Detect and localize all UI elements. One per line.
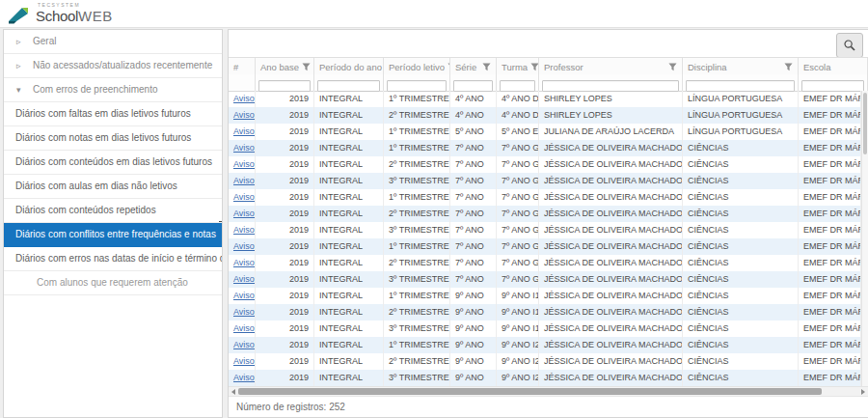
table-row[interactable]: Avisos2019INTEGRAL2º TRIMESTRE7º ANO7º A…	[229, 255, 861, 271]
table-row[interactable]: Avisos2019INTEGRAL2º TRIMESTRE9º ANO9º A…	[229, 353, 861, 370]
column-header-periodo_do_ano[interactable]: Período do ano	[314, 58, 384, 75]
avisos-link[interactable]: Avisos	[233, 356, 256, 366]
sidebar-item[interactable]: Diários com conflitos entre frequências …	[4, 223, 222, 247]
sidebar-item-label: Diários com faltas em dias letivos futur…	[15, 108, 191, 119]
avisos-link[interactable]: Avisos	[233, 340, 256, 349]
avisos-link[interactable]: Avisos	[233, 291, 256, 300]
column-header-escola[interactable]: Escola	[799, 58, 868, 75]
filter-icon[interactable]	[668, 63, 677, 71]
cell-disciplina: LÍNGUA PORTUGUESA	[683, 124, 799, 140]
table-row[interactable]: Avisos2019INTEGRAL1º TRIMESTRE5º ANO5º A…	[229, 124, 861, 140]
cell-periodo_letivo: 3º TRIMESTRE	[384, 173, 450, 189]
table-row[interactable]: Avisos2019INTEGRAL1º TRIMESTRE7º ANO7º A…	[229, 189, 861, 206]
table-row[interactable]: Avisos2019INTEGRAL3º TRIMESTRE9º ANO9º A…	[229, 320, 861, 337]
filter-icon[interactable]	[482, 63, 491, 71]
sidebar-item[interactable]: Diários com conteúdos repetidos	[4, 199, 222, 223]
search-button[interactable]	[836, 33, 863, 58]
scroll-left-arrow-icon[interactable]	[231, 389, 235, 395]
avisos-link[interactable]: Avisos	[233, 94, 256, 103]
table-row[interactable]: Avisos2019INTEGRAL2º TRIMESTRE7º ANO7º A…	[229, 156, 861, 173]
avisos-link[interactable]: Avisos	[233, 307, 256, 317]
cell-escola: EMEF DR MÁRIO VE	[799, 156, 861, 173]
table-row[interactable]: Avisos2019INTEGRAL3º TRIMESTRE7º ANO7º A…	[229, 271, 861, 288]
avisos-link[interactable]: Avisos	[233, 209, 256, 218]
filter-icon[interactable]	[530, 63, 539, 71]
avisos-link[interactable]: Avisos	[233, 176, 256, 185]
vertical-scrollbar[interactable]	[861, 91, 868, 386]
cell-rownum: Avisos	[229, 271, 256, 288]
cell-escola: EMEF DR MÁRIO VE	[799, 91, 861, 107]
column-header-turma[interactable]: Turma	[497, 58, 539, 75]
cell-turma: 7º ANO G2	[497, 222, 539, 238]
filter-icon[interactable]	[784, 63, 793, 71]
cell-disciplina: CIÊNCIAS	[683, 156, 799, 173]
column-header-professor[interactable]: Professor	[539, 58, 683, 75]
table-row[interactable]: Avisos2019INTEGRAL3º TRIMESTRE7º ANO7º A…	[229, 222, 861, 238]
table-row[interactable]: Avisos2019INTEGRAL1º TRIMESTRE9º ANO9º A…	[229, 337, 861, 353]
column-header-periodo_letivo[interactable]: Período letivo	[384, 58, 450, 75]
table-row[interactable]: Avisos2019INTEGRAL1º TRIMESTRE7º ANO7º A…	[229, 140, 861, 156]
cell-ano_base: 2019	[256, 173, 314, 189]
app-logo: TECSYSTEM SchoolWEB	[8, 3, 113, 24]
cell-disciplina: CIÊNCIAS	[683, 304, 799, 320]
scroll-right-arrow-icon[interactable]	[861, 389, 865, 395]
cell-turma: 4º ANO D1	[497, 91, 539, 107]
cell-ano_base: 2019	[256, 353, 314, 370]
cell-professor: JÉSSICA DE OLIVEIRA MACHADO CATRINCK	[539, 206, 683, 222]
avisos-link[interactable]: Avisos	[233, 373, 256, 382]
table-row[interactable]: Avisos2019INTEGRAL2º TRIMESTRE4º ANO4º A…	[229, 107, 861, 124]
sidebar-item[interactable]: Diários com faltas em dias letivos futur…	[4, 102, 222, 126]
column-header-ano_base[interactable]: Ano base	[256, 58, 314, 75]
horizontal-scrollbar[interactable]	[229, 386, 868, 396]
sidebar-item[interactable]: Diários com erros nas datas de início e …	[4, 247, 222, 271]
cell-serie: 9º ANO	[450, 320, 497, 337]
column-header-disciplina[interactable]: Disciplina	[683, 58, 799, 75]
table-row[interactable]: Avisos2019INTEGRAL2º TRIMESTRE9º ANO9º A…	[229, 304, 861, 320]
cell-ano_base: 2019	[256, 320, 314, 337]
avisos-link[interactable]: Avisos	[233, 159, 256, 169]
filter-cell-escola	[799, 74, 868, 91]
avisos-link[interactable]: Avisos	[233, 110, 256, 120]
avisos-link[interactable]: Avisos	[233, 258, 256, 267]
cell-ano_base: 2019	[256, 124, 314, 140]
cell-disciplina: CIÊNCIAS	[683, 370, 799, 386]
cell-turma: 9º ANO I1	[497, 304, 539, 320]
column-header-label: Disciplina	[688, 62, 727, 72]
table-row[interactable]: Avisos2019INTEGRAL3º TRIMESTRE9º ANO9º A…	[229, 370, 861, 386]
table-row[interactable]: Avisos2019INTEGRAL2º TRIMESTRE7º ANO7º A…	[229, 206, 861, 222]
cell-serie: 7º ANO	[450, 271, 497, 288]
cell-periodo_letivo: 2º TRIMESTRE	[384, 353, 450, 370]
sidebar-item[interactable]: Diários com aulas em dias não letivos	[4, 175, 222, 199]
record-count-label: Número de registros:	[236, 402, 326, 412]
cell-periodo_do_ano: INTEGRAL	[314, 370, 384, 386]
cell-serie: 9º ANO	[450, 370, 497, 386]
table-row[interactable]: Avisos2019INTEGRAL3º TRIMESTRE7º ANO7º A…	[229, 173, 861, 189]
avisos-link[interactable]: Avisos	[233, 143, 256, 153]
cell-rownum: Avisos	[229, 173, 256, 189]
avisos-link[interactable]: Avisos	[233, 192, 256, 202]
column-header-serie[interactable]: Série	[450, 58, 497, 75]
cell-disciplina: CIÊNCIAS	[683, 353, 799, 370]
avisos-link[interactable]: Avisos	[233, 241, 256, 251]
table-row[interactable]: Avisos2019INTEGRAL1º TRIMESTRE7º ANO7º A…	[229, 238, 861, 255]
avisos-link[interactable]: Avisos	[233, 323, 256, 333]
record-count-value: 252	[329, 402, 345, 412]
sidebar-item[interactable]: ▹Geral	[4, 30, 222, 54]
column-header-rownum[interactable]: #	[229, 58, 256, 75]
sidebar-item[interactable]: Com alunos que requerem atenção	[4, 271, 222, 295]
sidebar-item[interactable]: Diários com conteúdos em dias letivos fu…	[4, 151, 222, 175]
avisos-link[interactable]: Avisos	[233, 274, 256, 284]
cell-escola: EMEF DR MÁRIO VE	[799, 189, 861, 206]
sidebar-item[interactable]: Diários com notas em dias letivos futuro…	[4, 126, 222, 151]
sidebar-item-label: Com alunos que requerem atenção	[37, 277, 188, 288]
vertical-scrollbar-thumb[interactable]	[863, 93, 867, 154]
sidebar-item[interactable]: ▹Não acessados/atualizados recentemente	[4, 54, 222, 78]
horizontal-scrollbar-thumb[interactable]	[238, 388, 822, 395]
table-row[interactable]: Avisos2019INTEGRAL1º TRIMESTRE4º ANO4º A…	[229, 91, 861, 107]
sidebar-item[interactable]: ▾Com erros de preenchimento	[4, 78, 222, 102]
table-row[interactable]: Avisos2019INTEGRAL1º TRIMESTRE9º ANO9º A…	[229, 288, 861, 304]
avisos-link[interactable]: Avisos	[233, 225, 256, 235]
avisos-link[interactable]: Avisos	[233, 126, 256, 136]
filter-icon[interactable]	[302, 63, 311, 71]
column-header-label: Escola	[803, 62, 831, 72]
